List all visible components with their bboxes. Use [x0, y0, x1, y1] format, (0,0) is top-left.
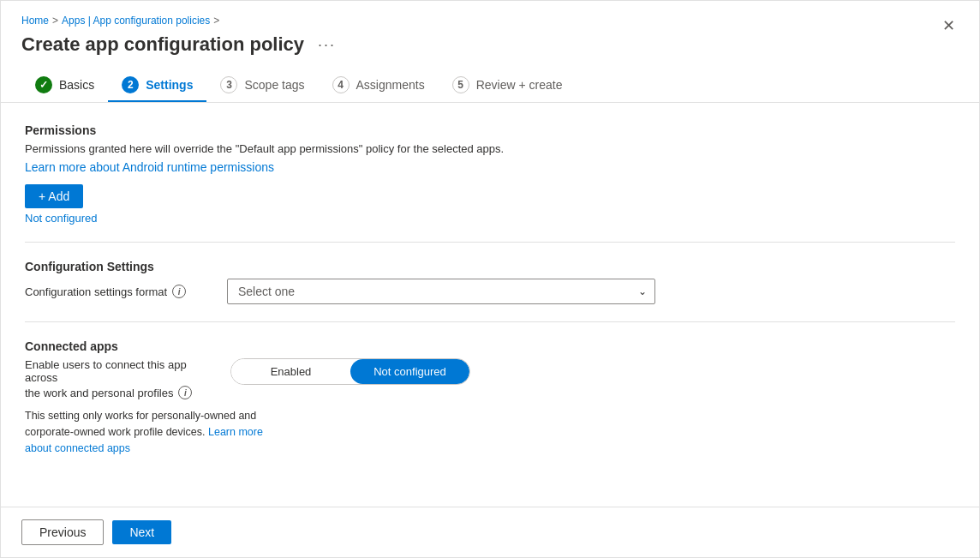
tabs-container: ✓ Basics 2 Settings 3 Scope tags 4 Assig…: [1, 56, 979, 103]
main-content: Permissions Permissions granted here wil…: [1, 103, 979, 507]
tab-assignments-label: Assignments: [356, 78, 425, 92]
tab-assignments-circle: 4: [332, 76, 350, 93]
breadcrumb-sep1: >: [52, 15, 58, 27]
toggle-control[interactable]: Enabled Not configured: [230, 358, 470, 385]
permissions-description: Permissions granted here will override t…: [25, 142, 955, 155]
format-label-text: Configuration settings format: [25, 285, 167, 298]
format-select-wrapper: Select one Configuration designer Enter …: [227, 279, 655, 304]
tab-assignments[interactable]: 4 Assignments: [319, 69, 439, 102]
tab-settings-circle: 2: [122, 76, 139, 93]
next-button[interactable]: Next: [112, 520, 171, 544]
toggle-label: Enable users to connect this app across …: [25, 358, 213, 399]
tab-review-create-label: Review + create: [476, 78, 563, 92]
breadcrumb-home[interactable]: Home: [21, 15, 49, 27]
tab-scope-tags-circle: 3: [220, 76, 237, 93]
configuration-settings-section: Configuration Settings Configuration set…: [25, 260, 955, 304]
tab-review-create[interactable]: 5 Review + create: [439, 69, 577, 102]
connected-apps-description: This setting only works for personally-o…: [25, 408, 282, 456]
format-select[interactable]: Select one Configuration designer Enter …: [227, 279, 655, 304]
divider-2: [25, 321, 955, 322]
tab-scope-tags-label: Scope tags: [244, 78, 304, 92]
toggle-label-line2: the work and personal profiles: [25, 387, 173, 399]
tab-basics-label: Basics: [59, 78, 94, 92]
breadcrumb: Home > Apps | App configuration policies…: [21, 15, 939, 27]
breadcrumb-apps[interactable]: Apps | App configuration policies: [62, 15, 210, 27]
learn-more-android-link[interactable]: Learn more about Android runtime permiss…: [25, 160, 274, 174]
tab-settings[interactable]: 2 Settings: [108, 69, 206, 102]
tab-settings-label: Settings: [146, 78, 193, 92]
connected-apps-title: Connected apps: [25, 339, 955, 353]
format-label: Configuration settings format i: [25, 285, 213, 298]
close-icon: ✕: [942, 17, 955, 34]
connected-apps-section: Connected apps Enable users to connect t…: [25, 339, 955, 456]
toggle-label-line1: Enable users to connect this app across: [25, 358, 213, 384]
page-title: Create app configuration policy: [21, 33, 304, 56]
footer: Previous Next: [1, 507, 979, 557]
permissions-title: Permissions: [25, 123, 955, 137]
toggle-label-text: Enable users to connect this app across: [25, 358, 213, 384]
format-info-icon[interactable]: i: [172, 285, 186, 298]
check-icon: ✓: [39, 79, 48, 91]
format-form-row: Configuration settings format i Select o…: [25, 279, 955, 304]
permissions-section: Permissions Permissions granted here wil…: [25, 123, 955, 225]
close-button[interactable]: ✕: [939, 15, 959, 37]
configuration-settings-title: Configuration Settings: [25, 260, 955, 273]
tab-basics[interactable]: ✓ Basics: [21, 69, 108, 102]
ellipsis-button[interactable]: ···: [313, 34, 341, 56]
connected-apps-info-icon[interactable]: i: [178, 386, 192, 399]
divider-1: [25, 242, 955, 243]
toggle-enabled-option[interactable]: Enabled: [231, 359, 350, 384]
breadcrumb-sep2: >: [213, 15, 219, 27]
previous-button[interactable]: Previous: [21, 519, 104, 545]
tab-basics-circle: ✓: [35, 76, 52, 93]
tab-review-create-circle: 5: [452, 76, 469, 93]
toggle-row: Enable users to connect this app across …: [25, 358, 955, 399]
not-configured-label: Not configured: [25, 212, 955, 225]
add-button[interactable]: + Add: [25, 184, 83, 208]
toggle-not-configured-option[interactable]: Not configured: [350, 359, 469, 384]
tab-scope-tags[interactable]: 3 Scope tags: [206, 69, 318, 102]
